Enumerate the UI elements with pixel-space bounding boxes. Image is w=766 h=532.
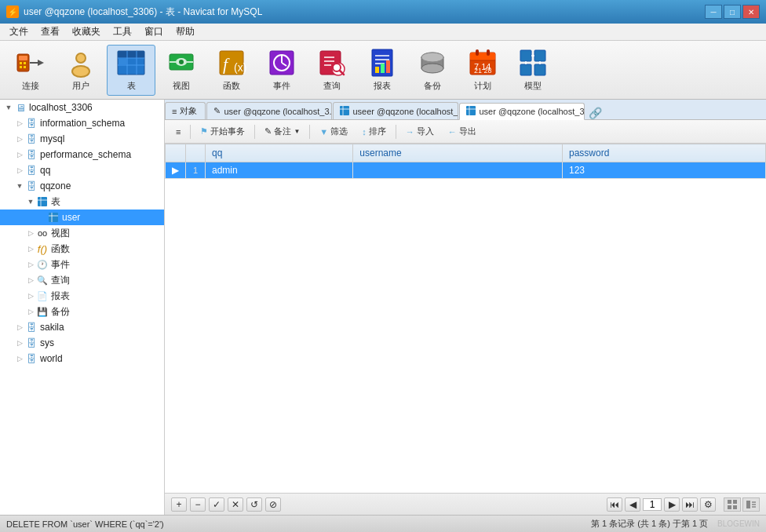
sidebar-item-label: qq [40, 165, 50, 176]
sidebar-item-functions[interactable]: ▷ f() 函数 [0, 241, 164, 257]
sort-button[interactable]: ↕ 排序 [356, 123, 392, 140]
navigation-controls: ⏮ ◀ 1 ▶ ⏭ ⚙ [607, 497, 716, 512]
server-icon: 🖥 [14, 101, 27, 114]
cell-password[interactable]: 123 [562, 162, 765, 179]
tab-useer-label: useer @qqzone (localhost_... [352, 107, 458, 116]
sidebar-item-information-schema[interactable]: ▷ 🗄 information_schema [0, 115, 164, 131]
sidebar-item-tables[interactable]: ▼ 表 [0, 194, 164, 210]
col-qq-header[interactable]: qq [206, 144, 353, 162]
arrow-icon: ▷ [14, 355, 25, 363]
import-button[interactable]: → 导入 [399, 123, 440, 140]
functions-icon: f() [36, 242, 49, 255]
tab-user-edit[interactable]: ✎ user @qqzone (localhost_3... [206, 102, 332, 119]
tab-useer[interactable]: useer @qqzone (localhost_... [333, 102, 458, 119]
toolbar-backup[interactable]: 备份 [408, 45, 457, 96]
prev-page-button[interactable]: ◀ [625, 497, 640, 512]
confirm-button[interactable]: ✓ [209, 497, 224, 512]
settings-button[interactable]: ⚙ [700, 497, 716, 512]
sidebar-item-label: 事件 [51, 258, 70, 271]
main-layout: ▼ 🖥 localhost_3306 ▷ 🗄 information_schem… [0, 100, 766, 515]
svg-rect-72 [466, 106, 476, 115]
export-button[interactable]: ← 导出 [442, 123, 483, 140]
delete-record-button[interactable]: − [190, 497, 206, 512]
sidebar-item-backups[interactable]: ▷ 💾 备份 [0, 304, 164, 319]
toolbar-view[interactable]: 视图 [157, 45, 206, 96]
db-icon: 🗄 [25, 352, 38, 365]
sidebar-item-qq[interactable]: ▷ 🗄 qq [0, 162, 164, 178]
svg-point-11 [73, 67, 89, 76]
sidebar-item-user-table[interactable]: user [0, 210, 164, 225]
close-button[interactable]: ✕ [742, 5, 760, 19]
sidebar-item-performance-schema[interactable]: ▷ 🗄 performance_schema [0, 147, 164, 162]
data-table-area: qq username password ▶ 1 admin 123 [165, 144, 766, 493]
sidebar-item-sys[interactable]: ▷ 🗄 sys [0, 335, 164, 351]
add-record-button[interactable]: + [171, 497, 187, 512]
toolbar-connect[interactable]: 连接 [6, 45, 55, 96]
sidebar-item-localhost[interactable]: ▼ 🖥 localhost_3306 [0, 100, 164, 115]
svg-rect-79 [746, 501, 750, 508]
sidebar-item-world[interactable]: ▷ 🗄 world [0, 351, 164, 366]
begin-transaction-button[interactable]: ⚑ 开始事务 [194, 123, 251, 140]
sidebar: ▼ 🖥 localhost_3306 ▷ 🗄 information_schem… [0, 100, 165, 515]
sidebar-item-mysql[interactable]: ▷ 🗄 mysql [0, 131, 164, 147]
cell-username[interactable] [353, 162, 563, 179]
cell-qq[interactable]: admin [206, 162, 353, 179]
queries-icon: 🔍 [36, 274, 49, 286]
sidebar-item-events[interactable]: ▷ 🕐 事件 [0, 257, 164, 272]
toolbar-model[interactable]: 模型 [509, 45, 557, 96]
toolbar-sep-4 [396, 125, 396, 139]
form-view-button[interactable] [742, 497, 760, 512]
menu-tools[interactable]: 工具 [107, 24, 138, 40]
table-row[interactable]: ▶ 1 admin 123 [166, 162, 766, 179]
svg-rect-59 [534, 64, 545, 75]
toolbar-schedule[interactable]: 7 14 21 28 计划 [458, 45, 507, 96]
maximize-button[interactable]: □ [724, 5, 741, 19]
cancel-edit-button[interactable]: ✕ [228, 497, 243, 512]
col-password-header[interactable]: password [562, 144, 765, 162]
tab-object[interactable]: ≡ 对象 [165, 102, 206, 119]
menu-help[interactable]: 帮助 [170, 24, 201, 40]
menu-favorites[interactable]: 收藏夹 [66, 24, 107, 40]
watermark: BLOGEWIN [717, 519, 760, 528]
svg-marker-7 [38, 60, 44, 66]
sidebar-item-queries[interactable]: ▷ 🔍 查询 [0, 272, 164, 288]
svg-rect-78 [733, 505, 737, 509]
col-username-header[interactable]: username [353, 144, 563, 162]
tab-link-icon[interactable]: 🔗 [589, 107, 602, 119]
menu-file[interactable]: 文件 [3, 24, 35, 40]
sidebar-item-qqzone[interactable]: ▼ 🗄 qqzone [0, 178, 164, 194]
menu-view[interactable]: 查看 [35, 24, 66, 40]
minimize-button[interactable]: ─ [705, 5, 722, 19]
sidebar-item-label: world [40, 353, 63, 364]
menu-button[interactable]: ≡ [170, 123, 187, 140]
first-page-button[interactable]: ⏮ [607, 497, 622, 512]
note-button[interactable]: ✎ 备注 ▼ [258, 123, 306, 140]
sidebar-item-views[interactable]: ▷ oo 视图 [0, 225, 164, 241]
next-page-button[interactable]: ▶ [664, 497, 680, 512]
sidebar-item-label: localhost_3306 [29, 102, 93, 113]
grid-view-button[interactable] [724, 497, 741, 512]
view-toggle [724, 497, 760, 512]
sidebar-item-label: sys [40, 337, 54, 348]
tables-icon [36, 195, 49, 208]
menu-window[interactable]: 窗口 [138, 24, 170, 40]
last-page-button[interactable]: ⏭ [682, 497, 698, 512]
tab-user-active[interactable]: user @qqzone (localhost_3... [459, 103, 585, 120]
toolbar-table[interactable]: 表 [107, 45, 155, 96]
filter-button[interactable]: ▼ 筛选 [313, 123, 354, 140]
toolbar-report[interactable]: 报表 [358, 45, 407, 96]
page-number[interactable]: 1 [643, 498, 662, 511]
stop-button[interactable]: ⊘ [265, 497, 281, 512]
refresh-button[interactable]: ↺ [246, 497, 262, 512]
export-label: 导出 [459, 126, 476, 137]
sidebar-item-sakila[interactable]: ▷ 🗄 sakila [0, 319, 164, 335]
toolbar-function[interactable]: f (x) 函数 [207, 45, 256, 96]
svg-rect-69 [340, 106, 349, 115]
toolbar-user[interactable]: 用户 [57, 45, 105, 96]
event-icon [266, 48, 297, 78]
toolbar-query[interactable]: 查询 [308, 45, 356, 96]
sidebar-item-reports[interactable]: ▷ 📄 报表 [0, 288, 164, 304]
toolbar-event[interactable]: 事件 [257, 45, 306, 96]
svg-rect-76 [733, 500, 737, 504]
toolbar-report-label: 报表 [374, 80, 391, 92]
